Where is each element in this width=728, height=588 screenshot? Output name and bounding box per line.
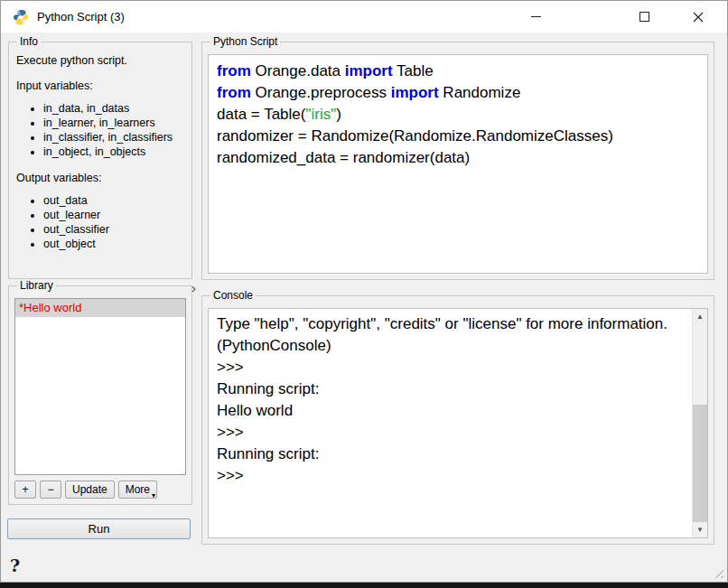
console-line: Hello world: [217, 400, 684, 422]
code-line: randomizer = Randomize(Randomize.Randomi…: [217, 126, 699, 147]
code-line: from Orange.preprocess import Randomize: [217, 82, 699, 104]
output-variables-list: out_dataout_learnerout_classifierout_obj…: [43, 193, 184, 251]
console-group: Console Type "help", "copyright", "credi…: [201, 295, 714, 545]
maximize-button[interactable]: [626, 1, 662, 33]
info-description: Execute python script.: [16, 54, 184, 67]
console-output[interactable]: Type "help", "copyright", "credits" or "…: [208, 308, 708, 538]
console-line: Type "help", "copyright", "credits" or "…: [217, 313, 684, 335]
library-group: Library *Hello world + − Update More ▾: [8, 285, 192, 505]
more-button[interactable]: More ▾: [118, 481, 157, 499]
minimize-button[interactable]: [518, 1, 554, 33]
resize-grip[interactable]: [712, 566, 723, 578]
code-line: data = Table("iris"): [217, 104, 699, 126]
input-variable-item: in_learner, in_learners: [43, 116, 184, 130]
input-variables-list: in_data, in_datasin_learner, in_learners…: [43, 101, 184, 159]
maximize-icon: [639, 12, 649, 22]
help-button[interactable]: ?: [10, 554, 32, 577]
close-button[interactable]: [680, 1, 716, 33]
window-title: Python Script (3): [37, 10, 125, 23]
code-editor[interactable]: from Orange.data import Tablefrom Orange…: [208, 54, 708, 274]
console-line: >>>: [217, 465, 684, 487]
console-line: >>>: [217, 357, 684, 378]
console-scrollbar[interactable]: ▲ ▼: [692, 309, 707, 537]
output-variables-heading: Output variables:: [16, 172, 184, 184]
console-group-label: Console: [210, 289, 256, 302]
output-variable-item: out_data: [43, 193, 184, 208]
code-line: from Orange.data import Table: [217, 61, 699, 82]
info-group: Info Execute python script. Input variab…: [8, 42, 192, 279]
console-line: (PythonConsole): [217, 335, 684, 357]
input-variable-item: in_data, in_datas: [43, 101, 184, 116]
scroll-down-icon[interactable]: ▼: [693, 522, 707, 537]
close-icon: [693, 12, 704, 23]
library-list-item[interactable]: *Hello world: [15, 299, 185, 317]
scroll-up-icon[interactable]: ▲: [693, 309, 707, 324]
code-line: randomized_data = randomizer(data): [217, 147, 699, 169]
more-button-label: More: [126, 483, 150, 496]
taskbar-strip: [0, 583, 728, 588]
info-group-label: Info: [17, 35, 41, 48]
input-variable-item: in_object, in_objects: [43, 145, 184, 159]
output-variable-item: out_learner: [43, 208, 184, 222]
title-bar[interactable]: Python Script (3): [1, 1, 727, 33]
output-variable-item: out_classifier: [43, 222, 184, 237]
output-variable-item: out_object: [43, 237, 184, 251]
python-script-window: Python Script (3) Info Execute python sc…: [0, 0, 728, 583]
python-script-group: Python Script from Orange.data import Ta…: [201, 42, 714, 280]
add-script-button[interactable]: +: [14, 481, 36, 499]
splitter-handle-icon[interactable]: ›: [191, 281, 196, 294]
input-variable-item: in_classifier, in_classifiers: [43, 130, 184, 145]
python-script-group-label: Python Script: [210, 35, 280, 48]
python-icon: [13, 9, 29, 25]
scrollbar-thumb[interactable]: [693, 405, 707, 522]
more-menu-arrow-icon: ▾: [152, 492, 155, 499]
update-script-button[interactable]: Update: [65, 481, 115, 499]
input-variables-heading: Input variables:: [16, 79, 184, 92]
library-group-label: Library: [17, 279, 56, 292]
library-button-row: + − Update More ▾: [14, 481, 157, 499]
remove-script-button[interactable]: −: [40, 481, 61, 499]
console-line: Running script:: [217, 378, 684, 400]
library-list[interactable]: *Hello world: [14, 298, 186, 475]
console-line: >>>: [217, 422, 684, 443]
minimize-icon: [531, 16, 541, 17]
console-line: Running script:: [217, 443, 684, 465]
console-text[interactable]: Type "help", "copyright", "credits" or "…: [209, 309, 692, 537]
run-button[interactable]: Run: [7, 518, 191, 539]
